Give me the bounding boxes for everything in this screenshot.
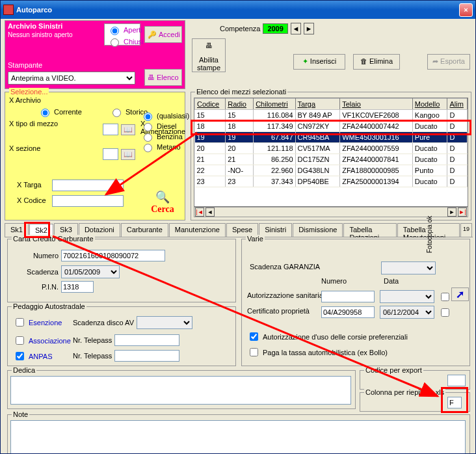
elimina-button[interactable]: 🗑 Elimina <box>353 54 400 70</box>
carta-group: Carta Credito Carburante Numero Scadenza… <box>7 239 236 302</box>
radio-chiusi[interactable]: Chiusi <box>105 36 140 47</box>
inserisci-button[interactable]: ✦ Inserisci <box>293 54 345 70</box>
table-row[interactable]: 1515116.084BY 849 APVF1KC0VEF2608KangooD <box>195 110 468 121</box>
esenzione-check[interactable]: Esenzione <box>13 316 62 328</box>
dedica-textarea[interactable] <box>10 376 351 405</box>
telepass1-input[interactable] <box>114 334 179 346</box>
printer-icon: 🖶 <box>202 42 215 55</box>
tipo-mezzo-browse[interactable]: 📖 <box>121 124 135 135</box>
paga-bollo-check[interactable]: Paga la tassa automobilistica (ex Bollo) <box>247 346 388 358</box>
cert-num-input[interactable] <box>321 306 375 318</box>
archivio-x-label: X Archivio <box>9 96 41 104</box>
sezione-browse[interactable]: 📖 <box>121 149 135 160</box>
stampante-select[interactable]: Anteprima a VIDEO. <box>8 72 135 85</box>
table-row[interactable]: 22-NO-22.960DG438LNZFA18800000985PuntoD <box>195 165 468 176</box>
col-alim[interactable]: Alim <box>447 99 468 110</box>
col-codice[interactable]: Codice <box>195 99 226 110</box>
targa-label: X Targa <box>17 181 42 189</box>
trash-icon: 🗑 <box>360 57 367 65</box>
col-radio[interactable]: Radio <box>226 99 254 110</box>
aut-san-data[interactable] <box>380 290 434 303</box>
telepass2-input[interactable] <box>114 350 179 362</box>
table-row[interactable]: 1818117.349CN972KYZFA24400007442DucatoD <box>195 121 468 132</box>
cert-prop-label: Certificato proprietà <box>247 307 310 315</box>
tab-end[interactable]: 19 <box>460 223 472 237</box>
accedi-button[interactable]: 🔑Accedi <box>144 26 182 43</box>
radio-aperti[interactable]: Aperti <box>105 24 140 36</box>
tab-dismissione[interactable]: Dismissione <box>293 223 343 237</box>
codice-export-input[interactable] <box>447 375 466 386</box>
anpas-check[interactable]: ANPAS <box>13 350 52 362</box>
col-telaio[interactable]: Telaio <box>340 99 413 110</box>
tipo-mezzo-input[interactable] <box>103 124 118 135</box>
year-next-button[interactable]: ► <box>304 23 314 34</box>
esporta-button: ➦ Esporta <box>427 54 470 70</box>
radio-qualsiasi[interactable]: (qualsiasi) <box>140 111 185 121</box>
radio-benzina[interactable]: Benzina <box>140 131 185 142</box>
elenco-legend: Elenco dei mezzi selezionati <box>195 88 287 96</box>
selezione-group: Selezione... X Archivio Corrente Storico… <box>5 92 185 220</box>
codice-export-legend: Codice per export <box>364 366 423 374</box>
note-legend: Note <box>12 410 29 418</box>
scad-garanzia-select[interactable] <box>381 261 436 274</box>
mezzi-grid[interactable]: Codice Radio Chilometri Targa Telaio Mod… <box>194 98 468 207</box>
colonna-input[interactable] <box>447 397 462 408</box>
close-button[interactable]: × <box>459 3 473 17</box>
elenco-button[interactable]: 🖶Elenco <box>144 69 182 86</box>
sezione-input[interactable] <box>103 148 118 160</box>
aut-san-num[interactable] <box>321 291 375 302</box>
scadenza-av-select[interactable] <box>137 316 192 329</box>
radio-corrente[interactable]: Corrente <box>38 107 82 117</box>
pedaggio-legend: Pedaggio Autostradale <box>12 302 86 310</box>
printer-icon: 🖶 <box>148 73 155 81</box>
forward-button[interactable]: ➚ <box>451 287 469 301</box>
col-km[interactable]: Chilometri <box>254 99 295 110</box>
cerca-button[interactable]: 🔍 Cerca <box>140 190 185 215</box>
associazione-check[interactable]: Associazione <box>13 334 71 347</box>
cert-chk[interactable] <box>441 308 449 317</box>
aut-corsie-check[interactable]: Autorizzazione d'uso delle corsie prefer… <box>247 330 408 343</box>
pedaggio-group: Pedaggio Autostradale Esenzione Scadenza… <box>7 306 236 366</box>
fotocopia-label: Fotocopia ok <box>426 216 433 253</box>
abilita-stampe-button[interactable]: 🖶 Abilita stampe <box>192 38 226 72</box>
year-prev-button[interactable]: ◄ <box>291 23 301 34</box>
book-icon: 📖 <box>124 150 133 159</box>
tab-manutenzione[interactable]: Manutenzione <box>169 223 226 237</box>
radio-metano[interactable]: Metano <box>140 142 185 152</box>
cert-data-select[interactable]: 06/12/2004 <box>380 306 434 319</box>
tab-tabella-dotazioni[interactable]: Tabella Dotazioni <box>343 223 396 237</box>
table-row[interactable]: 212186.250DC175ZNZFA24400007841DucatoD <box>195 154 468 165</box>
targa-input[interactable] <box>52 180 124 191</box>
tab-carburante[interactable]: Carburante <box>121 223 168 237</box>
radio-diesel[interactable]: Diesel <box>140 121 185 131</box>
aut-san-chk[interactable] <box>441 293 449 301</box>
plus-icon: ✦ <box>302 57 308 65</box>
scadenza-label: Scadenza <box>20 268 59 276</box>
pin-input[interactable] <box>61 281 94 293</box>
window-title: Autoparco <box>16 6 459 14</box>
col-targa[interactable]: Targa <box>295 99 340 110</box>
table-row[interactable]: 232337.343DP540BEZFA25000001394DucatoD <box>195 176 468 187</box>
numero-input[interactable] <box>61 250 165 261</box>
scadenza-select[interactable]: 01/05/2009 <box>61 265 120 278</box>
dedica-legend: Dedica <box>12 366 36 374</box>
scad-garanzia-label: Scadenza GARANZIA <box>250 263 320 271</box>
numero-h: Numero <box>321 277 347 285</box>
codice-input[interactable] <box>52 195 124 207</box>
note-textarea[interactable] <box>10 420 466 454</box>
col-modello[interactable]: Modello <box>412 99 447 110</box>
sk2-panel: Carta Credito Carburante Numero Scadenza… <box>5 237 473 454</box>
elenco-mezzi-group: Elenco dei mezzi selezionati Codice Radi… <box>191 92 471 220</box>
table-row[interactable]: 2020121.118CV517MAZFA24400007559DucatoD <box>195 143 468 154</box>
codice-label: X Codice <box>17 196 46 204</box>
tipo-mezzo-label: X tipo di mezzo <box>9 120 58 127</box>
sezione-label: X sezione <box>9 144 40 152</box>
numero-label: Numero <box>26 252 59 260</box>
colonna-riepilogo-group: Colonna per riepilogo xls <box>360 392 470 412</box>
carta-legend: Carta Credito Carburante <box>12 235 95 243</box>
app-icon <box>3 5 14 15</box>
scadenza-av-label: Scadenza disco AV <box>73 319 134 327</box>
table-row[interactable]: 191967.847CR945BAWME4503001J16PureD <box>195 132 468 143</box>
book-icon: 📖 <box>124 126 133 134</box>
aut-san-label: Autorizzazione sanitaria <box>247 291 323 299</box>
